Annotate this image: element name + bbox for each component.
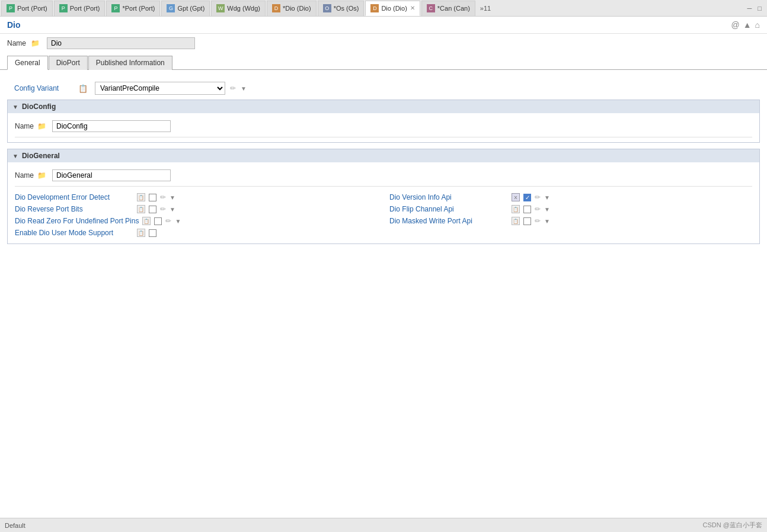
prop-arrow-version-info-api[interactable]: ▼	[544, 194, 550, 201]
prop-icon-read-zero-undefined[interactable]: 📋	[142, 217, 151, 225]
prop-right-column: Dio Version Info Api X ✓ ✏ ▼ Dio Flip Ch…	[389, 191, 752, 239]
tab-icon-port3: P	[111, 4, 120, 12]
tab-label-wdg: Wdg (Wdg)	[227, 5, 260, 12]
tab-close-dio2[interactable]: ✕	[410, 5, 415, 11]
prop-checkbox-read-zero-undefined[interactable]	[154, 217, 162, 225]
status-left: Default	[5, 522, 25, 529]
section-diogeneral-body: Name 📁 Dio Development Error Detect 📋 ✏	[8, 162, 759, 243]
page-tabs: General DioPort Published Information	[0, 53, 767, 70]
tab-published[interactable]: Published Information	[88, 56, 172, 70]
tab-bar: P Port (Port) P Port (Port) P *Port (Por…	[0, 0, 767, 17]
tab-dio2[interactable]: D Dio (Dio) ✕	[365, 1, 420, 16]
prop-row-reverse-port-bits: Dio Reverse Port Bits 📋 ✏ ▼	[15, 203, 378, 215]
prop-checkbox-reverse-port-bits[interactable]	[149, 206, 156, 213]
prop-arrow-flip-channel-api[interactable]: ▼	[544, 206, 550, 213]
prop-row-enable-user-mode: Enable Dio User Mode Support 📋	[15, 227, 378, 239]
home-icon[interactable]: ⌂	[755, 20, 760, 30]
config-variant-row: Config Variant 📋 VariantPreCompile Varia…	[7, 77, 760, 100]
prop-arrow-dev-error-detect[interactable]: ▼	[170, 194, 175, 201]
prop-label-version-info-api[interactable]: Dio Version Info Api	[389, 193, 508, 201]
maximize-btn[interactable]: □	[756, 4, 763, 13]
config-variant-select[interactable]: VariantPreCompile VariantPostBuild Varia…	[95, 82, 225, 95]
prop-checkbox-flip-channel-api[interactable]	[523, 206, 531, 213]
dioconfig-name-label: Name	[15, 122, 34, 130]
section-dioconfig-header[interactable]: ▼ DioConfig	[8, 100, 759, 113]
config-variant-edit-icon[interactable]: ✏	[230, 84, 236, 92]
prop-checkbox-dev-error-detect[interactable]	[149, 194, 156, 201]
section-dioconfig: ▼ DioConfig Name 📁	[7, 100, 760, 143]
tab-icon-dio1: D	[272, 4, 280, 12]
property-grid: Dio Development Error Detect 📋 ✏ ▼ Dio R…	[15, 187, 752, 239]
tab-label-port1: Port (Port)	[17, 5, 47, 12]
name-input[interactable]	[47, 37, 195, 49]
tab-port3[interactable]: P *Port (Port)	[106, 1, 160, 16]
prop-label-enable-user-mode[interactable]: Enable Dio User Mode Support	[15, 229, 133, 237]
page-title: Dio	[7, 20, 21, 30]
diogeneral-name-label: Name	[15, 171, 34, 180]
prop-row-masked-write-port-api: Dio Masked Write Port Api 📋 ✏ ▼	[389, 215, 752, 227]
name-row: Name 📁	[0, 34, 767, 53]
prop-checkbox-version-info-api[interactable]: ✓	[523, 194, 531, 201]
tab-dioport[interactable]: DioPort	[49, 56, 88, 70]
status-bar: Default CSDN @蓝白小手套	[0, 518, 767, 532]
tab-general[interactable]: General	[7, 56, 48, 70]
tab-icon-can: C	[427, 4, 435, 12]
prop-icon-version-info-api[interactable]: X	[512, 193, 520, 201]
prop-arrow-masked-write-port-api[interactable]: ▼	[544, 218, 550, 225]
section-diogeneral: ▼ DioGeneral Name 📁 Dio Development Erro…	[7, 149, 760, 244]
up-icon[interactable]: ▲	[743, 20, 752, 30]
dioconfig-toggle-icon: ▼	[12, 104, 18, 110]
tab-port2[interactable]: P Port (Port)	[54, 1, 106, 16]
tab-port1[interactable]: P Port (Port)	[1, 1, 53, 16]
diogeneral-name-input[interactable]	[52, 169, 171, 181]
config-variant-folder-icon: 📋	[78, 84, 88, 93]
tab-wdg[interactable]: W Wdg (Wdg)	[211, 1, 266, 16]
dioconfig-name-row: Name 📁	[15, 118, 752, 137]
content-area: Config Variant 📋 VariantPreCompile Varia…	[0, 70, 767, 518]
config-variant-dropdown-arrow[interactable]: ▼	[241, 85, 247, 92]
prop-label-read-zero-undefined[interactable]: Dio Read Zero For Undefined Port Pins	[15, 217, 139, 225]
tab-gpt[interactable]: G Gpt (Gpt)	[161, 1, 210, 16]
tab-label-dio2: Dio (Dio)	[381, 5, 407, 12]
section-diogeneral-header[interactable]: ▼ DioGeneral	[8, 149, 759, 162]
prop-row-dev-error-detect: Dio Development Error Detect 📋 ✏ ▼	[15, 191, 378, 203]
diogeneral-name-row: Name 📁	[15, 167, 752, 187]
tab-label-gpt: Gpt (Gpt)	[177, 5, 204, 12]
prop-edit-icon-read-zero-undefined[interactable]: ✏	[165, 217, 171, 225]
prop-icon-reverse-port-bits[interactable]: 📋	[137, 205, 145, 213]
tab-dio1[interactable]: D *Dio (Dio)	[267, 1, 317, 16]
prop-icon-enable-user-mode[interactable]: 📋	[137, 229, 145, 237]
prop-arrow-read-zero-undefined[interactable]: ▼	[175, 218, 181, 225]
at-icon[interactable]: @	[731, 20, 739, 30]
prop-label-masked-write-port-api[interactable]: Dio Masked Write Port Api	[389, 217, 508, 225]
page-title-bar: Dio @ ▲ ⌂	[0, 17, 767, 34]
prop-arrow-reverse-port-bits[interactable]: ▼	[170, 206, 175, 213]
prop-edit-icon-flip-channel-api[interactable]: ✏	[535, 205, 541, 213]
tab-overflow[interactable]: »11	[477, 5, 494, 12]
prop-edit-icon-reverse-port-bits[interactable]: ✏	[160, 205, 166, 213]
prop-label-flip-channel-api[interactable]: Dio Flip Channel Api	[389, 205, 508, 213]
prop-checkbox-enable-user-mode[interactable]	[149, 229, 156, 237]
folder-icon: 📁	[31, 39, 40, 47]
tab-icon-gpt: G	[167, 4, 175, 12]
prop-label-reverse-port-bits[interactable]: Dio Reverse Port Bits	[15, 205, 133, 213]
section-dioconfig-title: DioConfig	[22, 102, 56, 111]
prop-label-dev-error-detect[interactable]: Dio Development Error Detect	[15, 193, 133, 201]
tab-label-port2: Port (Port)	[70, 5, 100, 12]
tab-label-dio1: *Dio (Dio)	[283, 5, 311, 12]
prop-icon-dev-error-detect[interactable]: 📋	[137, 193, 145, 201]
tab-can[interactable]: C *Can (Can)	[421, 1, 475, 16]
tab-os[interactable]: O *Os (Os)	[318, 1, 365, 16]
prop-edit-icon-masked-write-port-api[interactable]: ✏	[535, 217, 541, 225]
dioconfig-name-input[interactable]	[52, 120, 171, 132]
prop-checkbox-masked-write-port-api[interactable]	[523, 217, 531, 225]
tab-icon-port1: P	[7, 4, 15, 12]
main-area: Dio @ ▲ ⌂ Name 📁 General DioPort Publish…	[0, 17, 767, 518]
prop-edit-icon-version-info-api[interactable]: ✏	[535, 193, 541, 201]
minimize-btn[interactable]: ─	[746, 4, 754, 13]
diogeneral-folder-icon: 📁	[37, 171, 46, 180]
prop-row-version-info-api: Dio Version Info Api X ✓ ✏ ▼	[389, 191, 752, 203]
prop-icon-flip-channel-api[interactable]: 📋	[512, 205, 520, 213]
prop-icon-masked-write-port-api[interactable]: 📋	[512, 217, 520, 225]
prop-edit-icon-dev-error-detect[interactable]: ✏	[160, 193, 166, 201]
